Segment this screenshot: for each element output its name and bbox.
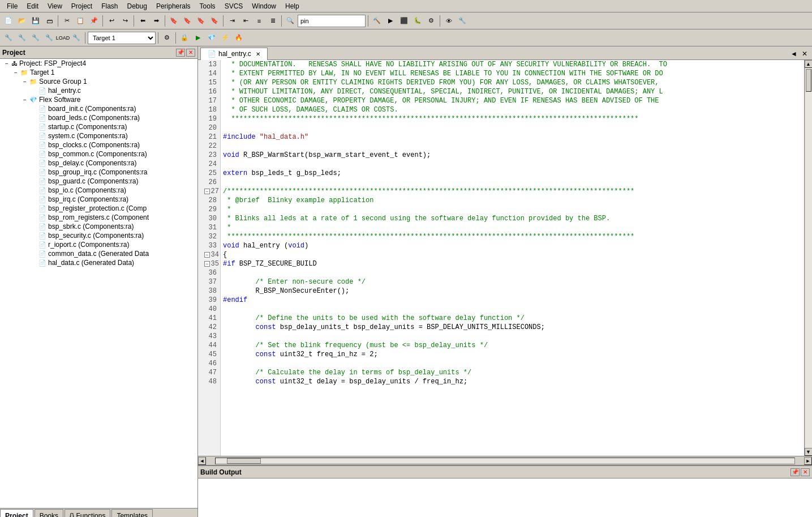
bookmark2-btn[interactable]: 🔖	[181, 15, 194, 27]
t2-btn5[interactable]: LOAD	[57, 32, 69, 44]
menu-file[interactable]: File	[2, 1, 22, 11]
open-btn[interactable]: 📂	[16, 15, 28, 27]
tab-templates[interactable]: Templates	[111, 509, 153, 517]
build-content[interactable]	[198, 478, 812, 517]
tree-hal-entry[interactable]: 📄 hal_entry.c	[0, 86, 197, 95]
nav-back-btn[interactable]: ⬅	[136, 15, 149, 27]
copy-btn[interactable]: 📋	[74, 15, 87, 27]
list-item[interactable]: 📄bsp_sbrk.c (Components:ra)	[0, 222, 197, 231]
tab-project[interactable]: Project	[0, 509, 33, 517]
tab-functions[interactable]: {} Functions	[65, 509, 110, 517]
hscroll-left[interactable]: ◄	[198, 457, 206, 465]
vscroll[interactable]: ▲ ▼	[804, 60, 812, 456]
t2-btn1[interactable]: 🔧	[2, 32, 15, 44]
menu-window[interactable]: Window	[247, 1, 281, 11]
vscroll-up[interactable]: ▲	[805, 60, 813, 68]
bookmark1-btn[interactable]: 🔖	[167, 15, 180, 27]
menu-peripherals[interactable]: Peripherals	[152, 1, 195, 11]
tab-hal-entry[interactable]: 📄 hal_entry.c ✕	[200, 48, 268, 60]
list-item[interactable]: 📄bsp_group_irq.c (Components:ra	[0, 168, 197, 177]
build-btn[interactable]: 🔨	[371, 15, 383, 27]
list-item[interactable]: 📄bsp_rom_registers.c (Component	[0, 213, 197, 222]
new-file-btn[interactable]: 📄	[2, 15, 15, 27]
list-item[interactable]: 📄board_leds.c (Components:ra)	[0, 113, 197, 122]
t2-green2[interactable]: ▶	[192, 32, 204, 44]
list-item[interactable]: 📄bsp_irq.c (Components:ra)	[0, 195, 197, 204]
redo-btn[interactable]: ↪	[119, 15, 131, 27]
target1-expand[interactable]: −	[11, 70, 20, 76]
t2-btn3[interactable]: 🔧	[29, 32, 42, 44]
vscroll-track[interactable]	[805, 68, 812, 448]
source-group-expand[interactable]: −	[20, 79, 29, 85]
list-item[interactable]: 📄system.c (Components:ra)	[0, 131, 197, 140]
menu-edit[interactable]: Edit	[22, 1, 43, 11]
menu-project[interactable]: Project	[67, 1, 97, 11]
t2-orange2[interactable]: 🔥	[233, 32, 245, 44]
code-content[interactable]: * DOCUMENTATION. RENESAS SHALL HAVE NO L…	[221, 60, 804, 456]
indent-btn[interactable]: ⇥	[226, 15, 238, 27]
unindent-btn[interactable]: ⇤	[239, 15, 252, 27]
tab-nav-right[interactable]: ✕	[800, 50, 810, 58]
list-item[interactable]: 📄hal_data.c (Generated Data)	[0, 258, 197, 267]
menu-help[interactable]: Help	[281, 1, 304, 11]
save-btn[interactable]: 💾	[29, 15, 42, 27]
project-pin-btn[interactable]: 📌	[176, 49, 185, 57]
t2-orange1[interactable]: ⚡	[219, 32, 231, 44]
fold-27[interactable]: −	[204, 189, 210, 194]
t2-btn4[interactable]: 🔧	[43, 32, 55, 44]
indent3-btn[interactable]: ≣	[267, 15, 279, 27]
save-all-btn[interactable]: 🗃	[43, 15, 55, 27]
hscroll-track[interactable]	[215, 458, 795, 464]
list-item[interactable]: 📄bsp_common.c (Components:ra)	[0, 149, 197, 159]
menu-svcs[interactable]: SVCS	[220, 1, 248, 11]
list-item[interactable]: 📄bsp_security.c (Components:ra)	[0, 231, 197, 240]
tree-root[interactable]: − 🖧 Project: FSP_Project4	[0, 59, 197, 68]
stop-btn[interactable]: ⬛	[398, 15, 410, 27]
menu-view[interactable]: View	[43, 1, 67, 11]
tree-flex-software[interactable]: − 💎 Flex Software	[0, 95, 197, 104]
tab-close-btn[interactable]: ✕	[256, 51, 260, 57]
view-btn[interactable]: 👁	[442, 15, 455, 27]
root-expand[interactable]: −	[2, 61, 11, 67]
undo-btn[interactable]: ↩	[105, 15, 118, 27]
paste-btn[interactable]: 📌	[88, 15, 100, 27]
t2-green3[interactable]: 💎	[205, 32, 218, 44]
target-select[interactable]: Target 1	[88, 32, 156, 44]
list-item[interactable]: 📄startup.c (Components:ra)	[0, 122, 197, 131]
t2-config-btn[interactable]: ⚙	[161, 32, 173, 44]
run-btn[interactable]: ▶	[384, 15, 397, 27]
menu-flash[interactable]: Flash	[97, 1, 122, 11]
settings-btn[interactable]: ⚙	[425, 15, 437, 27]
wrench-btn[interactable]: 🔧	[456, 15, 469, 27]
hscroll-right[interactable]: ►	[804, 457, 812, 465]
list-item[interactable]: 📄bsp_clocks.c (Components:ra)	[0, 140, 197, 149]
vscroll-thumb[interactable]	[806, 69, 811, 92]
t2-green1[interactable]: 🔒	[178, 32, 191, 44]
project-close-btn[interactable]: ✕	[186, 49, 195, 57]
hscroll-thumb[interactable]	[227, 458, 261, 464]
list-item[interactable]: 📄bsp_io.c (Components:ra)	[0, 186, 197, 195]
nav-fwd-btn[interactable]: ➡	[150, 15, 162, 27]
tree-target1[interactable]: − 📁 Target 1	[0, 68, 197, 77]
debug-btn[interactable]: 🐛	[411, 15, 424, 27]
list-item[interactable]: 📄r_ioport.c (Components:ra)	[0, 240, 197, 249]
search-input[interactable]	[298, 15, 366, 27]
cut-btn[interactable]: ✂	[61, 15, 73, 27]
list-item[interactable]: 📄common_data.c (Generated Data	[0, 249, 197, 258]
menu-tools[interactable]: Tools	[195, 1, 220, 11]
code-editor[interactable]: 13 14 15 16 17 18 19 20 21 22 23 24 25 2…	[198, 60, 812, 456]
build-close-btn[interactable]: ✕	[801, 468, 810, 476]
vscroll-down[interactable]: ▼	[805, 448, 813, 456]
tree-source-group[interactable]: − 📁 Source Group 1	[0, 77, 197, 86]
t2-btn6[interactable]: 🔧	[70, 32, 83, 44]
fold-35[interactable]: −	[204, 261, 210, 267]
fold-34[interactable]: −	[204, 252, 210, 258]
bookmark4-btn[interactable]: 🔖	[208, 15, 221, 27]
t2-btn2[interactable]: 🔧	[16, 32, 28, 44]
menu-debug[interactable]: Debug	[123, 1, 152, 11]
list-item[interactable]: 📄bsp_delay.c (Components:ra)	[0, 159, 197, 168]
build-pin-btn[interactable]: 📌	[790, 468, 800, 476]
list-item[interactable]: 📄bsp_guard.c (Components:ra)	[0, 177, 197, 186]
tab-books[interactable]: Books	[35, 509, 63, 517]
search-btn[interactable]: 🔍	[284, 15, 297, 27]
